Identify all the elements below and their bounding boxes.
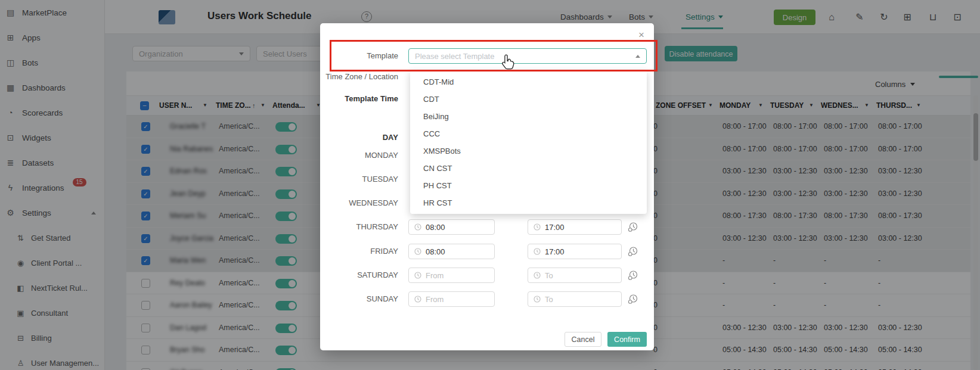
day-label-monday: MONDAY	[320, 151, 398, 160]
template-dropdown-panel: CDT-MidCDTBeiJingCCCXMSPBotsCN CSTPH CST…	[410, 70, 647, 214]
time-to-value: 17:00	[545, 247, 565, 256]
timezone-label: Time Zone / Location	[320, 72, 398, 82]
dropdown-option-beijing[interactable]: BeiJing	[410, 108, 647, 125]
day-label-sunday: SUNDAY	[320, 294, 398, 304]
close-icon[interactable]: ×	[638, 29, 644, 41]
day-label-friday: FRIDAY	[320, 247, 398, 256]
confirm-button[interactable]: Confirm	[607, 332, 647, 347]
timezone-clock-icon[interactable]	[628, 222, 638, 232]
app-screen: ▤MarketPlace⊞Apps◫Bots▦Dashboards◔Scorec…	[0, 0, 980, 370]
time-to-input[interactable]: To	[528, 268, 622, 283]
time-from-value: From	[426, 295, 444, 304]
time-to-input[interactable]: 17:00	[528, 219, 622, 235]
day-label-tuesday: TUESDAY	[320, 175, 398, 184]
day-label-wednesday: WEDNESDAY	[320, 198, 398, 208]
time-to-input[interactable]: To	[528, 291, 622, 307]
dropdown-option-ccc[interactable]: CCC	[410, 125, 647, 142]
timezone-clock-icon[interactable]	[628, 270, 638, 281]
dropdown-option-hr-cst[interactable]: HR CST	[410, 194, 647, 212]
dropdown-option-cn-cst[interactable]: CN CST	[410, 160, 647, 177]
timezone-clock-icon[interactable]	[628, 246, 638, 257]
dropdown-option-cdt[interactable]: CDT	[410, 91, 647, 108]
time-from-value: 08:00	[426, 223, 445, 232]
day-header-label: DAY	[320, 133, 398, 142]
time-from-input[interactable]: 08:00	[408, 219, 495, 235]
time-to-input[interactable]: 17:00	[528, 244, 622, 259]
time-from-input[interactable]: 08:00	[408, 244, 495, 259]
day-label-saturday: SATURDAY	[320, 270, 398, 280]
time-from-value: 08:00	[426, 247, 445, 256]
template-time-label: Template Time	[320, 94, 398, 104]
dropdown-option-xmspbots[interactable]: XMSPBots	[410, 142, 647, 160]
dropdown-option-ph-cst[interactable]: PH CST	[410, 177, 647, 194]
time-to-value: 17:00	[545, 223, 565, 232]
annotation-red-box	[330, 40, 658, 71]
day-label-thursday: THURSDAY	[320, 222, 398, 232]
time-to-value: To	[545, 295, 553, 304]
mouse-cursor-hand	[501, 54, 516, 74]
time-from-input[interactable]: From	[408, 268, 495, 283]
dropdown-option-cdt-mid[interactable]: CDT-Mid	[410, 73, 647, 91]
time-from-value: From	[426, 271, 444, 280]
time-from-input[interactable]: From	[408, 291, 495, 307]
cancel-button[interactable]: Cancel	[565, 332, 601, 347]
timezone-clock-icon[interactable]	[628, 294, 638, 304]
time-to-value: To	[545, 271, 553, 280]
